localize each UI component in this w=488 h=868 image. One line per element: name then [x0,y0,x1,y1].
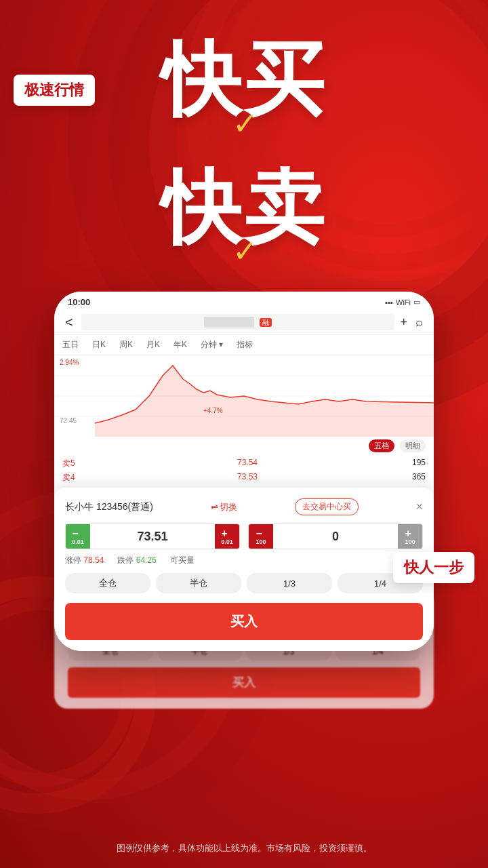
qty-plus-button[interactable]: + 100 [398,524,422,549]
buy-button[interactable]: 买入 [65,603,423,640]
chart-tab-indicator[interactable]: 指标 [234,338,256,352]
label-kuaiyibu: 快人一步 [393,552,474,583]
nav-action-icons: + ⌕ [400,315,423,330]
phone-mockup-main: 10:00 ▪▪▪ WiFi ▭ < ████████ 融 + ⌕ 五日 日K … [54,292,434,651]
orderbook-header: 五档 明细 [54,437,434,455]
trade-center-button[interactable]: 去交易中心买 [295,498,359,515]
qty-value: 0 [273,530,398,544]
price-plus-button[interactable]: + 0.01 [215,524,239,549]
ob-row-sell5: 卖5 73.54 195 [62,456,426,471]
battery-icon: ▭ [413,298,420,307]
trade-header: 长小牛 123456(普通) ⇌ 切换 去交易中心买 × [65,498,423,515]
chart-tab-5day[interactable]: 五日 [60,338,81,352]
phone-nav-bar: < ████████ 融 + ⌕ [54,310,434,335]
avail-label: 可买量 [170,555,195,566]
rong-badge: 融 [260,318,272,327]
sell5-qty: 195 [399,458,426,469]
qty-input-group: − 100 0 + 100 [248,524,423,549]
price-input-group: − 0.01 73.51 + 0.01 [65,524,240,549]
info-row: 涨停 78.54 跌停 64.26 可买量 [65,555,423,566]
sell4-price: 73.53 [224,472,258,484]
price-qty-row: − 0.01 73.51 + 0.01 [65,524,423,549]
sell5-label: 卖5 [62,458,83,469]
signal-icon: ▪▪▪ [385,298,393,307]
status-time: 10:00 [68,297,90,307]
check-icon-2: ✓ [232,233,258,269]
chart-tab-week-k[interactable]: 周K [117,338,136,352]
up-value: 78.54 [83,555,104,565]
svg-text:72.45: 72.45 [60,417,77,425]
search-icon[interactable]: ⌕ [415,315,423,330]
check-icon-1: ✓ [232,106,258,142]
trade-account: 长小牛 123456(普通) [65,501,153,513]
price-value: 73.51 [90,530,215,544]
trade-switch-btn[interactable]: ⇌ 切换 [211,501,237,513]
chart-tab-year-k[interactable]: 年K [171,338,190,352]
sell4-label: 卖4 [62,472,83,484]
up-label: 涨停 78.54 [65,555,104,566]
sell4-qty: 365 [399,472,426,484]
back-button[interactable]: < [65,315,73,330]
qty-minus-button[interactable]: − 100 [249,524,273,549]
trade-panel: 长小牛 123456(普通) ⇌ 切换 去交易中心买 × − 0.01 [54,488,434,651]
ob-tab-明细[interactable]: 明细 [400,439,426,452]
chart-tab-month-k[interactable]: 月K [144,338,163,352]
disclaimer-text: 图例仅供参考，具体功能以上线为准。市场有风险，投资须谨慎。 [0,842,488,854]
chart-area: 72.45 2.94% +4.7% [54,355,434,437]
status-icons: ▪▪▪ WiFi ▭ [385,298,420,307]
label-jisuhanqing: 极速行情 [14,75,95,106]
wifi-icon: WiFi [396,298,411,307]
hero-section: 快买 ✓ 快卖 ✓ [0,34,488,290]
price-minus-button[interactable]: − 0.01 [66,524,90,549]
half-position-button[interactable]: 半仓 [156,573,241,593]
down-label: 跌停 64.26 [117,555,156,566]
close-icon[interactable]: × [415,500,423,514]
nav-title: ████████ 融 [81,314,395,330]
third-position-button[interactable]: 1/3 [247,573,332,593]
chart-tab-minute[interactable]: 分钟 ▾ [198,338,226,352]
ob-row-sell4: 卖4 73.53 365 [62,471,426,485]
svg-text:2.94%: 2.94% [60,359,79,366]
position-buttons-row: 全仓 半仓 1/3 1/4 [65,573,423,593]
chart-tabs: 五日 日K 周K 月K 年K 分钟 ▾ 指标 [54,335,434,355]
chart-tab-day-k[interactable]: 日K [89,338,108,352]
orderbook-rows: 卖5 73.54 195 卖4 73.53 365 [54,455,434,486]
phone-status-bar: 10:00 ▪▪▪ WiFi ▭ [54,292,434,310]
full-position-button[interactable]: 全仓 [65,573,150,593]
plus-icon[interactable]: + [400,315,407,330]
switch-icon: ⇌ [211,502,218,512]
ob-tab-5档[interactable]: 五档 [369,439,394,452]
down-value: 64.26 [136,555,157,565]
sell5-price: 73.54 [224,458,258,469]
